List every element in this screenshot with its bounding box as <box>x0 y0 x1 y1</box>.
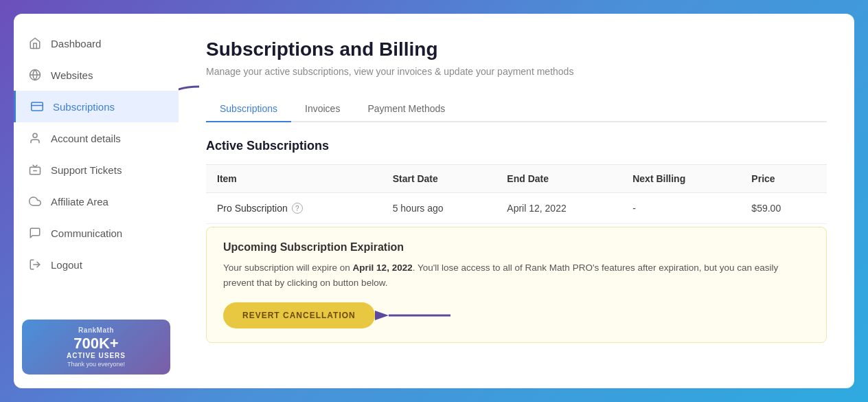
sidebar-item-label: Support Tickets <box>51 164 122 176</box>
sidebar-item-support-tickets[interactable]: Support Tickets <box>14 154 179 186</box>
expiration-box: Upcoming Subscription Expiration Your su… <box>206 227 827 343</box>
subscriptions-table: Item Start Date End Date Next Billing Pr… <box>206 164 827 343</box>
sidebar-item-label: Dashboard <box>51 38 101 49</box>
tab-invoices[interactable]: Invoices <box>291 96 354 122</box>
chat-icon <box>27 225 43 241</box>
house-icon <box>27 36 43 51</box>
col-price: Price <box>740 165 827 193</box>
globe-icon <box>27 67 43 82</box>
card-icon <box>30 99 45 114</box>
sidebar-item-communication[interactable]: Communication <box>14 217 179 249</box>
sidebar-item-dashboard[interactable]: Dashboard <box>14 27 179 59</box>
sidebar-item-account-details[interactable]: Account details <box>14 122 179 154</box>
sidebar-item-label: Subscriptions <box>53 101 115 113</box>
ticket-icon <box>27 162 43 177</box>
sidebar-item-websites[interactable]: Websites <box>14 59 179 91</box>
cell-price: $59.00 <box>740 193 827 224</box>
sidebar-item-subscriptions[interactable]: Subscriptions <box>14 91 179 122</box>
svg-rect-2 <box>32 102 43 111</box>
promo-sub: Thank you everyone! <box>67 361 125 368</box>
expiration-title: Upcoming Subscription Expiration <box>223 241 810 254</box>
sidebar-item-label: Websites <box>51 69 93 81</box>
person-icon <box>27 131 43 146</box>
sidebar-item-label: Communication <box>51 227 122 239</box>
help-icon[interactable]: ? <box>292 203 303 214</box>
tabs-bar: Subscriptions Invoices Payment Methods <box>206 96 827 122</box>
promo-label: Active Users <box>67 352 126 359</box>
sidebar-nav: Dashboard Websites Subscriptions <box>14 27 179 309</box>
cell-end-date: April 12, 2022 <box>496 193 621 224</box>
cell-next-billing: - <box>621 193 740 224</box>
expiration-text: Your subscription will expire on April 1… <box>223 260 810 290</box>
col-next-billing: Next Billing <box>621 165 740 193</box>
svg-point-4 <box>33 133 37 137</box>
revert-btn-wrapper: REVERT CANCELLATION <box>223 302 375 328</box>
sidebar-item-logout[interactable]: Logout <box>14 249 179 280</box>
promo-number: 700K+ <box>73 335 118 352</box>
arrow-annotation-sidebar <box>179 80 213 135</box>
col-start-date: Start Date <box>382 165 496 193</box>
sidebar: Dashboard Websites Subscriptions <box>14 14 179 388</box>
sidebar-promo: RankMath 700K+ Active Users Thank you ev… <box>22 320 170 375</box>
cloud-icon <box>27 194 43 209</box>
page-subtitle: Manage your active subscriptions, view y… <box>206 66 827 77</box>
col-end-date: End Date <box>496 165 621 193</box>
arrow-annotation-revert <box>375 298 457 333</box>
sidebar-item-label: Affiliate Area <box>51 196 108 208</box>
tab-subscriptions[interactable]: Subscriptions <box>206 96 291 122</box>
sidebar-item-affiliate-area[interactable]: Affiliate Area <box>14 186 179 217</box>
expiration-text-before: Your subscription will expire on <box>223 263 353 273</box>
cell-item: Pro Subscription ? <box>206 193 382 224</box>
expiration-date: April 12, 2022 <box>353 263 413 273</box>
tab-payment-methods[interactable]: Payment Methods <box>354 96 459 122</box>
main-content: Subscriptions and Billing Manage your ac… <box>179 14 854 388</box>
sidebar-item-label: Logout <box>51 259 82 271</box>
sidebar-item-label: Account details <box>51 133 121 144</box>
cell-start-date: 5 hours ago <box>382 193 496 224</box>
section-title: Active Subscriptions <box>206 139 827 153</box>
col-item: Item <box>206 165 382 193</box>
table-row: Pro Subscription ? 5 hours ago April 12,… <box>206 193 827 224</box>
logout-icon <box>27 257 43 272</box>
expiration-row: Upcoming Subscription Expiration Your su… <box>206 224 827 344</box>
revert-cancellation-button[interactable]: REVERT CANCELLATION <box>223 302 375 328</box>
page-title: Subscriptions and Billing <box>206 38 827 60</box>
